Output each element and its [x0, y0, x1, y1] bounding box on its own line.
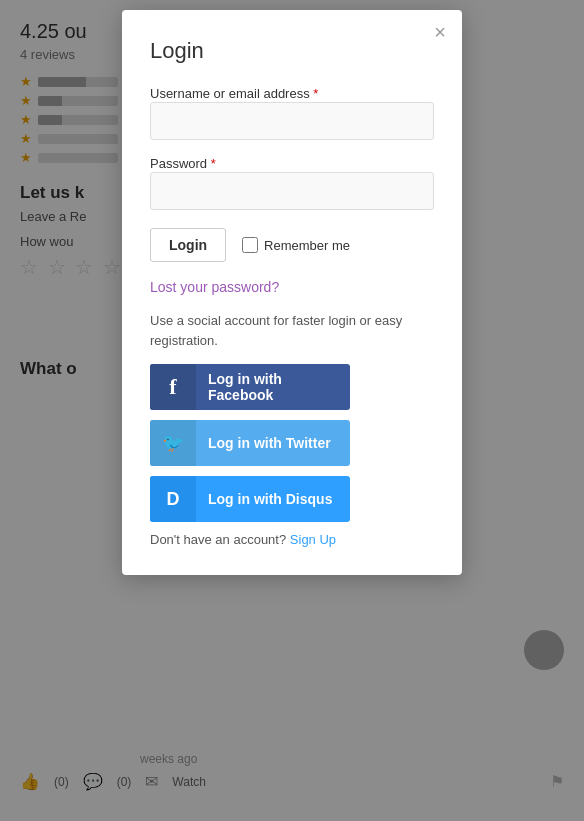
facebook-login-button[interactable]: f Log in with Facebook: [150, 364, 350, 410]
remember-me-label[interactable]: Remember me: [242, 237, 350, 253]
disqus-btn-label: Log in with Disqus: [196, 491, 344, 507]
lost-password-link[interactable]: Lost your password?: [150, 279, 279, 295]
password-required: *: [211, 156, 216, 171]
signup-link[interactable]: Sign Up: [290, 532, 336, 547]
facebook-icon: f: [169, 374, 176, 400]
username-label: Username or email address *: [150, 86, 318, 101]
login-row: Login Remember me: [150, 228, 434, 262]
twitter-icon: 🐦: [162, 432, 184, 454]
remember-me-text: Remember me: [264, 238, 350, 253]
password-label: Password *: [150, 156, 216, 171]
password-input[interactable]: [150, 172, 434, 210]
disqus-icon: D: [167, 489, 180, 510]
twitter-icon-box: 🐦: [150, 420, 196, 466]
twitter-login-button[interactable]: 🐦 Log in with Twitter: [150, 420, 350, 466]
disqus-icon-box: D: [150, 476, 196, 522]
twitter-btn-label: Log in with Twitter: [196, 435, 343, 451]
username-required: *: [313, 86, 318, 101]
no-account-text: Don't have an account?: [150, 532, 286, 547]
username-input[interactable]: [150, 102, 434, 140]
facebook-icon-box: f: [150, 364, 196, 410]
login-button[interactable]: Login: [150, 228, 226, 262]
social-hint-text: Use a social account for faster login or…: [150, 311, 434, 350]
modal-title: Login: [150, 38, 434, 64]
close-button[interactable]: ×: [434, 22, 446, 42]
facebook-btn-label: Log in with Facebook: [196, 371, 350, 403]
disqus-login-button[interactable]: D Log in with Disqus: [150, 476, 350, 522]
signup-row: Don't have an account? Sign Up: [150, 532, 434, 547]
login-modal: Login × Username or email address * Pass…: [122, 10, 462, 575]
modal-overlay: Login × Username or email address * Pass…: [0, 0, 584, 821]
remember-me-checkbox[interactable]: [242, 237, 258, 253]
